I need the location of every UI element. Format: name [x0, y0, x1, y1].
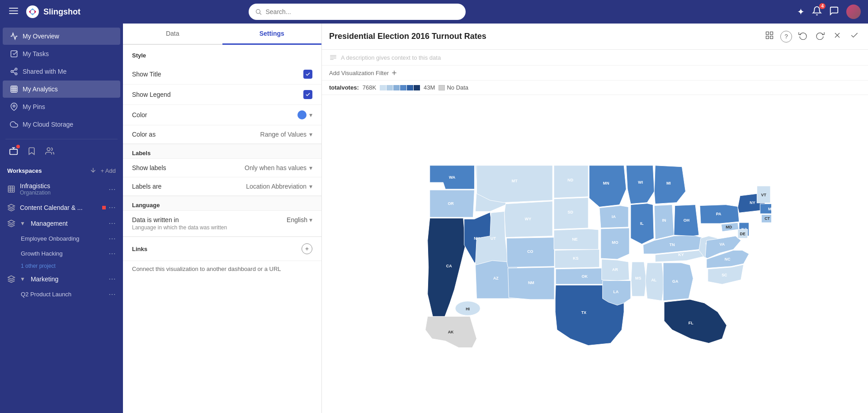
undo-icon[interactable] [797, 29, 809, 44]
ws-child-more-q2[interactable]: ⋯ [108, 290, 116, 299]
language-dropdown[interactable]: English ▾ [287, 216, 312, 223]
state-mt[interactable] [476, 166, 552, 203]
state-de[interactable] [738, 229, 748, 238]
state-ar[interactable] [602, 259, 629, 280]
ws-child-growth-hacking[interactable]: Growth Hacking ⋯ [0, 246, 123, 261]
state-ct[interactable] [761, 215, 771, 223]
state-wa[interactable] [430, 166, 475, 189]
state-ak[interactable] [425, 317, 477, 348]
hamburger-icon[interactable] [7, 5, 20, 19]
state-ma[interactable] [760, 204, 771, 214]
state-nm[interactable] [508, 267, 554, 299]
color-as-dropdown[interactable]: Range of Values ▾ [260, 131, 312, 138]
viz-title: Presidential Election 2016 Turnout Rates [329, 32, 758, 41]
state-vt[interactable] [757, 186, 770, 203]
check-icon[interactable] [848, 29, 861, 44]
state-il[interactable] [631, 204, 654, 244]
state-fl[interactable] [664, 299, 726, 343]
state-hi[interactable] [455, 301, 480, 316]
ws-child-q2-product-launch[interactable]: Q2 Product Launch ⋯ [0, 287, 123, 302]
state-ia[interactable] [599, 206, 628, 228]
show-legend-label: Show Legend [132, 91, 171, 98]
workspace-sub-infragistics: Organization [20, 190, 51, 196]
ws-child-more-gh[interactable]: ⋯ [108, 249, 116, 258]
state-wy[interactable] [505, 201, 553, 237]
search-bar[interactable] [249, 4, 466, 20]
sort-icon[interactable] [90, 166, 97, 175]
app-logo[interactable]: Slingshot [25, 5, 80, 19]
notification-icon[interactable]: 4 [812, 6, 822, 18]
sidebar-item-overview[interactable]: My Overview [3, 28, 120, 45]
state-ga[interactable] [663, 263, 693, 301]
sparkle-icon[interactable]: ✦ [797, 6, 805, 17]
state-wi[interactable] [626, 166, 654, 204]
tab-members[interactable] [43, 145, 56, 159]
svg-rect-36 [770, 36, 773, 39]
grid-icon[interactable] [763, 29, 776, 44]
workspace-more-marketing[interactable]: ⋯ [108, 275, 116, 283]
state-ne[interactable] [554, 229, 599, 249]
chat-icon[interactable] [829, 6, 839, 18]
tab-bookmarks[interactable] [25, 145, 38, 159]
labels-are-dropdown[interactable]: Location Abbreviation ▾ [246, 183, 312, 190]
sidebar-label-pins: My Pins [23, 103, 45, 110]
state-mi[interactable] [654, 166, 685, 204]
state-mo[interactable] [601, 228, 629, 259]
color-picker[interactable]: ▾ [297, 110, 312, 119]
show-legend-checkbox[interactable] [303, 90, 312, 99]
search-icon [255, 8, 262, 15]
color-dot[interactable] [297, 110, 307, 119]
workspace-management[interactable]: ▼ Management ⋯ [0, 215, 123, 231]
help-icon[interactable]: ? [780, 31, 792, 43]
state-sd[interactable] [554, 198, 588, 229]
ws-child-more-eo[interactable]: ⋯ [108, 234, 116, 243]
description-placeholder[interactable]: A description gives context to this data [341, 54, 861, 61]
show-title-checkbox[interactable] [303, 70, 312, 79]
close-icon[interactable] [831, 29, 844, 44]
state-md[interactable] [721, 223, 739, 232]
sidebar-item-tasks[interactable]: My Tasks [3, 45, 120, 62]
us-map-svg: WA OR CA ID NV AZ [419, 156, 771, 352]
state-or[interactable] [430, 190, 475, 217]
labels-are-label: Labels are [132, 183, 161, 190]
sidebar-label-analytics: My Analytics [23, 85, 58, 93]
workspace-more-management[interactable]: ⋯ [108, 219, 116, 228]
workspace-more-infragistics[interactable]: ⋯ [108, 185, 116, 194]
state-co[interactable] [507, 237, 555, 267]
show-labels-dropdown[interactable]: Only when has values ▾ [245, 164, 312, 171]
state-oh[interactable] [674, 205, 699, 236]
tab-settings[interactable]: Settings [222, 24, 322, 45]
redo-icon[interactable] [814, 29, 826, 44]
state-in[interactable] [654, 205, 674, 240]
sidebar-item-pins[interactable]: My Pins [3, 98, 120, 115]
workspace-name-management: Management [31, 220, 68, 227]
state-nd[interactable] [554, 166, 588, 198]
add-workspace-button[interactable]: + Add [100, 167, 116, 174]
add-filter-icon [391, 69, 398, 76]
search-input[interactable] [266, 8, 460, 15]
workspace-marketing[interactable]: ▼ Marketing ⋯ [0, 271, 123, 287]
ws-child-employee-onboarding[interactable]: Employee Onboarding ⋯ [0, 231, 123, 246]
ws-other-projects[interactable]: 1 other project [0, 261, 123, 271]
sidebar-item-shared[interactable]: Shared with Me [3, 63, 120, 80]
color-as-label: Color as [132, 131, 156, 138]
viz-map-area: WA OR CA ID NV AZ [322, 95, 868, 413]
tab-workspaces[interactable] [7, 145, 20, 159]
workspace-more-content-cal[interactable]: ⋯ [108, 203, 116, 212]
sidebar-item-analytics[interactable]: My Analytics [3, 81, 120, 98]
show-legend-row: Show Legend [123, 85, 321, 105]
user-avatar[interactable] [846, 5, 861, 19]
viz-header: Presidential Election 2016 Turnout Rates… [322, 24, 868, 50]
state-ks[interactable] [555, 250, 599, 268]
links-add-button[interactable] [302, 243, 312, 254]
workspace-infragistics[interactable]: Infragistics Organization ⋯ [0, 179, 123, 199]
state-ms[interactable] [631, 262, 646, 296]
tab-data[interactable]: Data [123, 24, 222, 44]
state-mn[interactable] [589, 166, 626, 207]
state-pa[interactable] [700, 205, 739, 223]
panel-tabs: Data Settings [123, 24, 321, 45]
sidebar-item-cloud[interactable]: My Cloud Storage [3, 116, 120, 133]
add-filter-button[interactable]: Add Visualization Filter [329, 69, 398, 76]
workspace-content-calendar[interactable]: Content Calendar & ... ⋯ [0, 199, 123, 215]
state-al[interactable] [646, 263, 664, 301]
